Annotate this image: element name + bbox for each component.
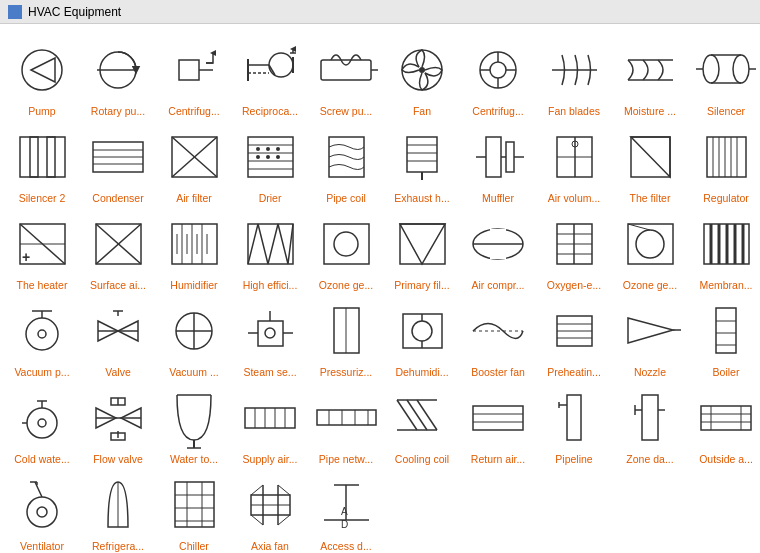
list-item[interactable]: Centrifug... bbox=[460, 32, 536, 119]
list-item[interactable]: + The heater bbox=[4, 206, 80, 293]
list-item[interactable]: Air volum... bbox=[536, 119, 612, 206]
list-item[interactable]: Regulator bbox=[688, 119, 760, 206]
list-item[interactable]: Air compr... bbox=[460, 206, 536, 293]
item-label: Pipeline bbox=[539, 453, 609, 465]
window-title: HVAC Equipment bbox=[28, 5, 121, 19]
list-item[interactable]: Pressuriz... bbox=[308, 293, 384, 380]
svg-point-52 bbox=[276, 147, 280, 151]
svg-point-108 bbox=[636, 230, 664, 258]
list-item[interactable]: Ozone ge... bbox=[612, 206, 688, 293]
svg-rect-186 bbox=[642, 395, 658, 440]
svg-point-51 bbox=[266, 147, 270, 151]
item-label: Ozone ge... bbox=[615, 279, 685, 291]
list-item[interactable]: Ventilator bbox=[4, 467, 80, 553]
list-item[interactable]: Rotary pu... bbox=[80, 32, 156, 119]
list-item[interactable]: High effici... bbox=[232, 206, 308, 293]
item-label: Moisture ... bbox=[615, 105, 685, 117]
list-item[interactable]: Screw pu... bbox=[308, 32, 384, 119]
item-label: Exhaust h... bbox=[387, 192, 457, 204]
item-label: Steam se... bbox=[235, 366, 305, 378]
list-item[interactable]: Pipeline bbox=[536, 380, 612, 467]
item-label: High effici... bbox=[235, 279, 305, 291]
list-item[interactable]: Booster fan bbox=[460, 293, 536, 380]
svg-rect-56 bbox=[329, 137, 364, 177]
svg-rect-37 bbox=[47, 137, 55, 177]
list-item[interactable]: Zone da... bbox=[612, 380, 688, 467]
svg-line-175 bbox=[397, 400, 417, 430]
svg-line-212 bbox=[278, 485, 290, 495]
list-item[interactable]: A D Access d... bbox=[308, 467, 384, 553]
list-item[interactable]: Exhaust h... bbox=[384, 119, 460, 206]
list-item[interactable]: Muffler bbox=[460, 119, 536, 206]
list-item[interactable]: Return air... bbox=[460, 380, 536, 467]
list-item[interactable]: Silencer 2 bbox=[4, 119, 80, 206]
empty-cell bbox=[688, 467, 760, 553]
item-label: Pipe netw... bbox=[311, 453, 381, 465]
list-item[interactable]: Refrigera... bbox=[80, 467, 156, 553]
item-label: Reciproca... bbox=[235, 105, 305, 117]
list-item[interactable]: Reciproca... bbox=[232, 32, 308, 119]
list-item[interactable]: Surface ai... bbox=[80, 206, 156, 293]
list-item[interactable]: Drier bbox=[232, 119, 308, 206]
list-item[interactable]: Vacuum ... bbox=[156, 293, 232, 380]
item-label: Outside a... bbox=[691, 453, 760, 465]
list-item[interactable]: Ozone ge... bbox=[308, 206, 384, 293]
svg-line-196 bbox=[35, 482, 42, 497]
list-item[interactable]: Silencer bbox=[688, 32, 760, 119]
list-item[interactable]: Centrifug... bbox=[156, 32, 232, 119]
item-label: Valve bbox=[83, 366, 153, 378]
list-item[interactable]: Valve bbox=[80, 293, 156, 380]
svg-rect-201 bbox=[175, 482, 214, 527]
svg-marker-98 bbox=[400, 224, 445, 264]
item-label: Booster fan bbox=[463, 366, 533, 378]
svg-point-30 bbox=[733, 55, 749, 83]
list-item[interactable]: Outside a... bbox=[688, 380, 760, 467]
list-item[interactable]: Fan blades bbox=[536, 32, 612, 119]
svg-text:+: + bbox=[22, 249, 30, 265]
svg-rect-35 bbox=[20, 137, 65, 177]
list-item[interactable]: Flow valve bbox=[80, 380, 156, 467]
item-label: Drier bbox=[235, 192, 305, 204]
svg-point-54 bbox=[266, 155, 270, 159]
list-item[interactable]: Pipe coil bbox=[308, 119, 384, 206]
item-label: Fan bbox=[387, 105, 457, 117]
list-item[interactable]: Boiler bbox=[688, 293, 760, 380]
list-item[interactable]: Chiller bbox=[156, 467, 232, 553]
list-item[interactable]: Fan bbox=[384, 32, 460, 119]
list-item[interactable]: Membran... bbox=[688, 206, 760, 293]
list-item[interactable]: Humidifier bbox=[156, 206, 232, 293]
item-label: Muffler bbox=[463, 192, 533, 204]
item-label: Silencer 2 bbox=[7, 192, 77, 204]
list-item[interactable]: Primary fil... bbox=[384, 206, 460, 293]
list-item[interactable]: Cooling coil bbox=[384, 380, 460, 467]
list-item[interactable]: Dehumidi... bbox=[384, 293, 460, 380]
list-item[interactable]: Pipe netw... bbox=[308, 380, 384, 467]
list-item[interactable]: Condenser bbox=[80, 119, 156, 206]
list-item[interactable]: Supply air... bbox=[232, 380, 308, 467]
item-label: Membran... bbox=[691, 279, 760, 291]
list-item[interactable]: Steam se... bbox=[232, 293, 308, 380]
list-item[interactable]: Cold wate... bbox=[4, 380, 80, 467]
svg-rect-63 bbox=[506, 142, 514, 172]
app-icon bbox=[8, 5, 22, 19]
item-label: Boiler bbox=[691, 366, 760, 378]
svg-rect-146 bbox=[716, 308, 736, 353]
svg-rect-86 bbox=[172, 224, 217, 264]
list-item[interactable]: Moisture ... bbox=[612, 32, 688, 119]
list-item[interactable]: Water to... bbox=[156, 380, 232, 467]
item-label: Centrifug... bbox=[463, 105, 533, 117]
list-item[interactable]: Axia fan bbox=[232, 467, 308, 553]
svg-marker-144 bbox=[628, 318, 673, 343]
list-item[interactable]: Oxygen-e... bbox=[536, 206, 612, 293]
svg-line-213 bbox=[278, 515, 290, 525]
svg-rect-190 bbox=[701, 406, 751, 430]
list-item[interactable]: Pump bbox=[4, 32, 80, 119]
list-item[interactable]: Air filter bbox=[156, 119, 232, 206]
list-item[interactable]: Vacuum p... bbox=[4, 293, 80, 380]
svg-point-199 bbox=[37, 507, 47, 517]
list-item[interactable]: Preheatin... bbox=[536, 293, 612, 380]
list-item[interactable]: Nozzle bbox=[612, 293, 688, 380]
list-item[interactable]: The filter bbox=[612, 119, 688, 206]
svg-text:A: A bbox=[341, 506, 348, 517]
svg-line-211 bbox=[251, 485, 263, 495]
